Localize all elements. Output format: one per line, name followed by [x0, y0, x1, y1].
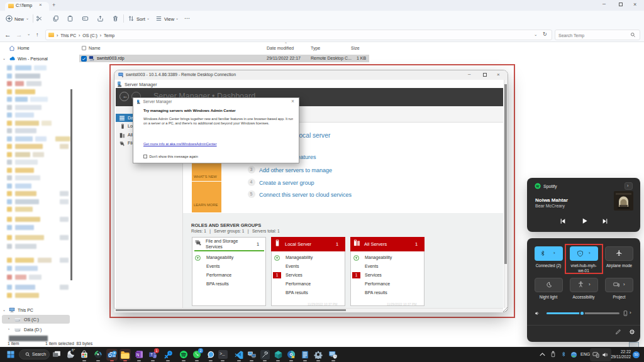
svg-text:N: N [136, 353, 140, 357]
svg-text:T: T [150, 353, 153, 356]
